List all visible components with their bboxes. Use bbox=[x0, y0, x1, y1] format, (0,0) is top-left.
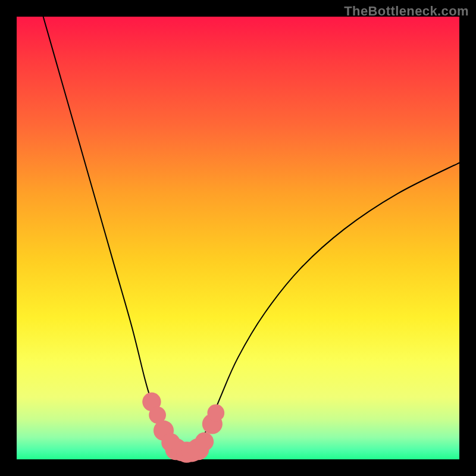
curve-right-path bbox=[185, 163, 459, 451]
curve-left bbox=[43, 17, 185, 450]
curve-left-path bbox=[43, 17, 185, 450]
markers-group bbox=[142, 393, 224, 463]
data-marker bbox=[195, 433, 214, 451]
data-marker bbox=[207, 405, 224, 422]
plot-area bbox=[17, 17, 459, 459]
curve-right bbox=[185, 163, 459, 451]
chart-svg bbox=[17, 17, 459, 459]
chart-stage: TheBottleneck.com bbox=[0, 0, 476, 476]
